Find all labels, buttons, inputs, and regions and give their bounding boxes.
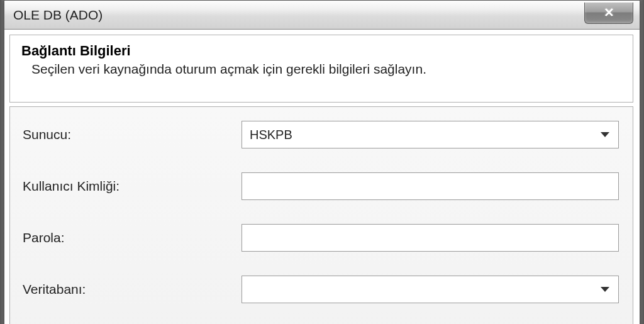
title-bar: OLE DB (ADO) ✕: [4, 1, 640, 30]
user-id-input[interactable]: [250, 179, 611, 194]
database-combobox[interactable]: [242, 276, 619, 303]
user-id-label: Kullanıcı Kimliği:: [23, 179, 236, 194]
database-row: Veritabanı:: [23, 276, 619, 303]
password-label: Parola:: [23, 230, 236, 245]
server-value: HSKPB: [250, 128, 292, 142]
header-subtitle: Seçilen veri kaynağında oturum açmak içi…: [31, 62, 621, 77]
server-combobox[interactable]: HSKPB: [242, 121, 619, 148]
password-input[interactable]: [250, 230, 611, 246]
close-icon: ✕: [604, 5, 614, 20]
server-row: Sunucu: HSKPB: [23, 121, 619, 148]
header-panel: Bağlantı Bilgileri Seçilen veri kaynağın…: [9, 35, 633, 103]
form-panel: Sunucu: HSKPB Kullanıcı Kimliği: Parola:…: [9, 106, 633, 324]
window-title: OLE DB (ADO): [13, 8, 103, 23]
chevron-down-icon: [601, 287, 609, 292]
password-row: Parola:: [23, 224, 619, 252]
close-button[interactable]: ✕: [584, 3, 633, 24]
user-id-input-wrapper: [242, 172, 619, 200]
header-title: Bağlantı Bilgileri: [21, 43, 621, 59]
server-label: Sunucu:: [23, 127, 236, 142]
dialog-window: OLE DB (ADO) ✕ Bağlantı Bilgileri Seçile…: [4, 0, 640, 324]
user-id-row: Kullanıcı Kimliği:: [23, 172, 619, 200]
password-input-wrapper: [242, 224, 619, 252]
database-label: Veritabanı:: [23, 282, 236, 297]
chevron-down-icon: [601, 132, 609, 137]
